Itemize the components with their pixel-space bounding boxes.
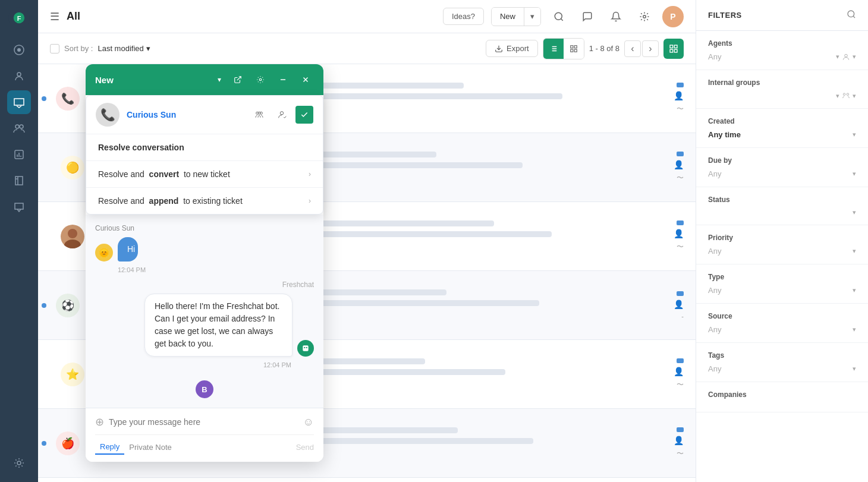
filters-search-icon[interactable]	[847, 10, 856, 21]
group-action-button[interactable]	[250, 106, 268, 124]
wave-icon: 〜	[677, 173, 684, 183]
resolve-conversation-item[interactable]: Resolve conversation	[86, 134, 323, 161]
pagination-controls: ‹ ›	[624, 40, 659, 57]
due-by-value[interactable]: Any ▾	[708, 169, 856, 178]
select-all-checkbox[interactable]	[50, 44, 59, 53]
user-avatar[interactable]: P	[662, 6, 684, 27]
filters-header: FILTERS	[696, 0, 868, 31]
sidebar-item-reports[interactable]	[7, 143, 31, 166]
type-chevron-icon: ▾	[853, 286, 856, 294]
export-button[interactable]: Export	[486, 40, 538, 57]
source-value[interactable]: Any ▾	[708, 325, 856, 334]
resolve-append-item[interactable]: Resolve and append to existing ticket ›	[86, 188, 323, 214]
status-badge	[677, 427, 684, 432]
chat-button[interactable]	[577, 6, 598, 27]
agents-value[interactable]: Any ▾ ▾	[708, 52, 856, 61]
filters-title: FILTERS	[708, 11, 742, 20]
sidebar-item-book[interactable]	[7, 169, 31, 193]
grid-view-button[interactable]	[564, 39, 584, 59]
priority-value[interactable]: Any ▾	[708, 247, 856, 256]
conv-meta: 👤 -	[674, 291, 684, 320]
svg-point-38	[848, 11, 854, 17]
chevron-right-icon: ›	[309, 170, 311, 178]
companies-filter: Companies	[696, 382, 868, 412]
settings-button[interactable]	[252, 71, 269, 88]
sidebar-item-chat[interactable]	[7, 195, 31, 219]
bot-message-row: Hello there! I'm the Freshchat bot. Can …	[95, 294, 314, 357]
source-chevron-icon: ▾	[853, 326, 856, 333]
sidebar-item-conversations[interactable]	[7, 90, 31, 114]
conv-meta: 👤 〜	[674, 220, 684, 252]
conv-meta: 👤 〜	[674, 152, 684, 183]
external-link-button[interactable]	[229, 71, 246, 88]
page-title: All	[67, 10, 436, 23]
send-button[interactable]: Send	[296, 443, 314, 452]
tab-private-note[interactable]: Private Note	[124, 440, 177, 454]
chat-messages: Curious Sun 🌞 Hi 12:04 PM Freshchat	[86, 215, 323, 408]
list-area: 📞 👤 〜 🟡	[38, 64, 696, 482]
next-page-button[interactable]: ›	[642, 40, 659, 57]
emoji-icon[interactable]: ☺	[303, 416, 314, 429]
svg-rect-21	[574, 49, 577, 52]
person-icon: 👤	[674, 367, 684, 376]
assign-action-button[interactable]	[273, 106, 291, 124]
svg-point-39	[845, 54, 848, 57]
person-icon: 👤	[674, 300, 684, 309]
avatar: ⚽	[56, 294, 80, 317]
menu-icon[interactable]: ☰	[50, 10, 59, 23]
wave-icon: 〜	[677, 380, 684, 390]
contact-name: Curious Sun	[127, 110, 176, 119]
avatar: 🍎	[56, 431, 80, 455]
notification-button[interactable]	[605, 6, 627, 27]
sidebar-item-settings[interactable]	[7, 451, 31, 475]
search-button[interactable]	[548, 6, 570, 27]
contact-actions	[250, 106, 313, 124]
tags-value[interactable]: Any ▾	[708, 364, 856, 373]
sort-value[interactable]: Last modified ▾	[98, 44, 150, 53]
type-value[interactable]: Any ▾	[708, 286, 856, 295]
table-row[interactable]: 🍞 👤 〜	[38, 478, 696, 482]
resolve-convert-item[interactable]: Resolve and convert to new ticket ›	[86, 161, 323, 188]
app-logo[interactable]: F	[8, 7, 30, 29]
prev-page-button[interactable]: ‹	[624, 40, 641, 57]
sidebar-item-contacts[interactable]	[7, 64, 31, 88]
list-view-button[interactable]	[543, 39, 564, 59]
resolve-label: Resolve conversation	[98, 143, 184, 152]
ideas-button[interactable]: Ideas?	[443, 8, 484, 25]
companies-label: Companies	[708, 390, 856, 399]
page-icon-button[interactable]	[663, 39, 684, 59]
minimize-button[interactable]	[275, 71, 291, 88]
status-badge	[677, 358, 684, 363]
type-filter: Type Any ▾	[696, 264, 868, 304]
svg-point-40	[847, 93, 849, 96]
created-value[interactable]: Any time ▾	[708, 130, 856, 139]
resolve-convert-label: Resolve and convert to new ticket	[98, 169, 230, 179]
status-value[interactable]: ▾	[708, 209, 856, 216]
svg-text:F: F	[17, 15, 21, 22]
message-time-bot: 12:04 PM	[263, 361, 291, 368]
new-button-arrow[interactable]: ▾	[524, 8, 540, 25]
source-label: Source	[708, 312, 856, 320]
unread-indicator	[42, 303, 46, 308]
agents-filter: Agents Any ▾ ▾	[696, 31, 868, 70]
svg-rect-20	[570, 49, 573, 52]
add-attachment-icon[interactable]: ⊕	[95, 415, 104, 429]
created-chevron-icon: ▾	[853, 131, 856, 138]
close-button[interactable]	[297, 71, 314, 88]
tags-chevron-icon: ▾	[853, 365, 856, 373]
sidebar-item-dashboard[interactable]	[7, 38, 31, 62]
chat-tabs: Reply Private Note Send	[95, 434, 314, 455]
header-dropdown-arrow[interactable]: ▾	[218, 75, 221, 84]
resolve-button[interactable]	[295, 106, 313, 124]
message-group-bot: Freshchat Hello there! I'm the Freshchat…	[95, 281, 314, 368]
svg-point-4	[17, 73, 21, 76]
new-button[interactable]: New	[492, 8, 524, 25]
svg-rect-19	[574, 45, 577, 48]
sidebar-item-people[interactable]	[7, 116, 31, 140]
message-input[interactable]	[109, 417, 298, 427]
status-chevron-icon: ▾	[853, 209, 856, 216]
internal-groups-value[interactable]: ▾ ▾	[708, 92, 856, 100]
tab-reply[interactable]: Reply	[95, 440, 124, 455]
pagination-label: 1 - 8 of 8	[589, 44, 619, 53]
apps-button[interactable]	[634, 6, 655, 27]
